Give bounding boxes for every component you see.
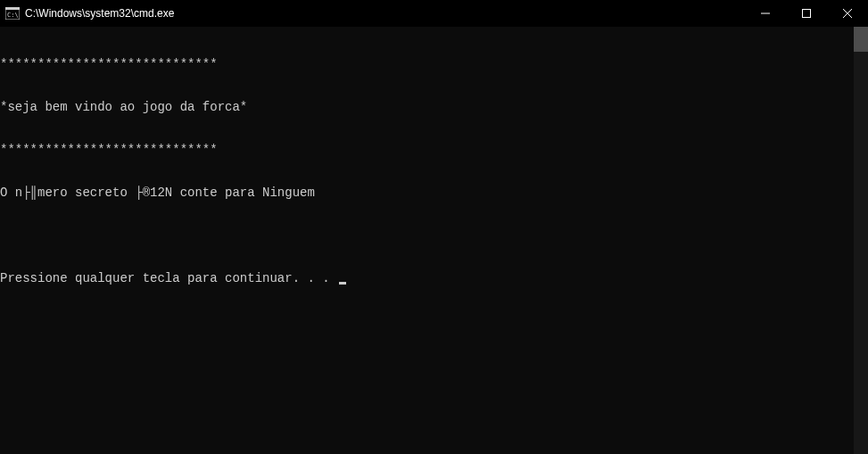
window-controls	[745, 0, 868, 27]
close-button[interactable]	[827, 0, 868, 27]
console-line: O n├║mero secreto ├®12N conte para Ningu…	[0, 186, 854, 200]
minimize-button[interactable]	[745, 0, 786, 27]
console-line: Pressione qualquer tecla para continuar.…	[0, 271, 337, 285]
cursor	[339, 282, 346, 285]
console-line	[0, 228, 854, 243]
titlebar: C:\ C:\Windows\system32\cmd.exe	[0, 0, 868, 27]
svg-text:C:\: C:\	[7, 12, 19, 19]
titlebar-left: C:\ C:\Windows\system32\cmd.exe	[0, 7, 174, 20]
vertical-scrollbar[interactable]	[854, 27, 868, 454]
svg-rect-4	[803, 10, 811, 18]
console-line: *****************************	[0, 143, 854, 157]
maximize-button[interactable]	[786, 0, 827, 27]
console-line: *seja bem vindo ao jogo da forca*	[0, 100, 854, 114]
scrollbar-thumb[interactable]	[854, 27, 868, 52]
console-content[interactable]: ***************************** *seja bem …	[0, 27, 854, 454]
svg-rect-1	[5, 7, 20, 10]
prompt-line: Pressione qualquer tecla para continuar.…	[0, 271, 854, 285]
cmd-icon: C:\	[5, 7, 20, 20]
console-area: ***************************** *seja bem …	[0, 27, 868, 454]
window-title: C:\Windows\system32\cmd.exe	[25, 7, 174, 20]
console-line: *****************************	[0, 57, 854, 71]
